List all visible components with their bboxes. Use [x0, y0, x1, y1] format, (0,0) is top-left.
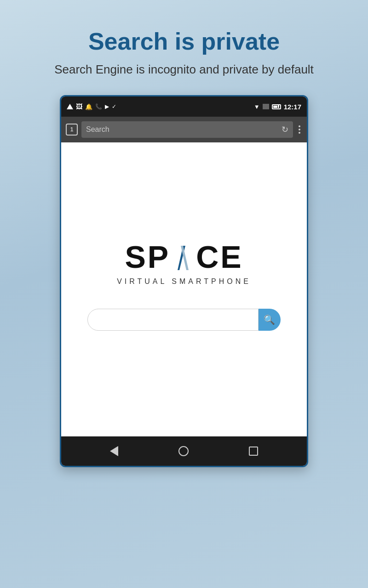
- status-icons-left: 🖼 🔔 📞 ▶ ✓: [67, 103, 116, 110]
- browser-search-bar[interactable]: Search ↻: [81, 121, 293, 138]
- search-button[interactable]: 🔍: [259, 309, 281, 331]
- browser-search-text: Search: [86, 125, 109, 134]
- status-time: 12:17: [284, 103, 301, 111]
- recents-button[interactable]: [249, 447, 258, 456]
- main-title: Search is private: [54, 28, 314, 55]
- recents-icon: [249, 447, 258, 456]
- wifi-icon: ▼: [254, 103, 260, 110]
- signal-blocked-icon: [263, 104, 269, 109]
- space-text-before-a: SP: [125, 239, 170, 275]
- status-bar: 🖼 🔔 📞 ▶ ✓ ▼ 12:17: [61, 96, 307, 117]
- subtitle: Search Engine is incognito and private b…: [54, 62, 314, 77]
- space-a-icon: [169, 240, 197, 273]
- search-input-container: 🔍: [87, 309, 281, 331]
- alert-icon: [67, 104, 73, 109]
- search-icon: 🔍: [264, 314, 275, 325]
- space-text-after-a: CE: [196, 239, 243, 275]
- back-button[interactable]: [110, 446, 118, 456]
- play-icon: ▶: [105, 103, 109, 110]
- header-section: Search is private Search Engine is incog…: [45, 28, 323, 77]
- space-tagline: VIRTUAL SMARTPHONE: [117, 277, 251, 286]
- battery-icon: [272, 104, 281, 109]
- phone-mockup: 🖼 🔔 📞 ▶ ✓ ▼ 12:17 1 Search ↻: [60, 95, 308, 467]
- home-button[interactable]: [178, 446, 189, 456]
- browser-menu-button[interactable]: [297, 124, 302, 136]
- space-logo: SP CE VIRTUAL SMARTPHONE: [117, 239, 251, 286]
- check-icon: ✓: [112, 103, 116, 110]
- browser-content: SP CE VIRTUAL SMARTPHONE 🔍: [61, 142, 307, 436]
- status-icons-right: ▼ 12:17: [254, 103, 301, 111]
- tab-count-badge[interactable]: 1: [66, 124, 78, 136]
- phone-icon: 📞: [95, 103, 102, 110]
- back-icon: [110, 446, 118, 456]
- search-input[interactable]: [87, 309, 259, 331]
- home-icon: [178, 446, 189, 456]
- bottom-nav: [61, 436, 307, 466]
- image-icon: 🖼: [76, 103, 82, 110]
- reload-icon[interactable]: ↻: [282, 124, 288, 135]
- space-logo-text: SP CE: [125, 239, 243, 275]
- profile-icon: 🔔: [85, 103, 92, 110]
- browser-toolbar: 1 Search ↻: [61, 117, 307, 142]
